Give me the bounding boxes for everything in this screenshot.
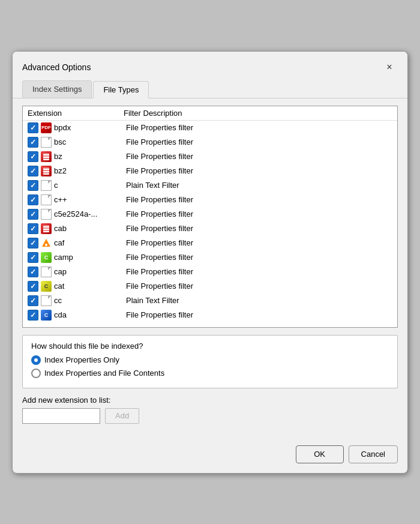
dialog-footer: OK Cancel (13, 441, 407, 473)
desc-cell: Plain Text Filter (126, 181, 392, 190)
checkbox[interactable] (28, 209, 38, 220)
ext-cell: bpdx (54, 123, 126, 132)
table-row[interactable]: cab File Properties filter (23, 221, 397, 236)
file-list-header: Extension Filter Description (23, 106, 397, 121)
ext-input[interactable] (22, 408, 100, 424)
table-row[interactable]: c Plain Text Filter (23, 178, 397, 193)
table-row[interactable]: bz2 File Properties filter (23, 164, 397, 178)
radio-props-contents-label: Index Properties and File Contents (44, 369, 164, 378)
radio-props-only[interactable] (31, 355, 41, 365)
tab-index-settings[interactable]: Index Settings (22, 80, 92, 98)
cancel-button[interactable]: Cancel (349, 445, 398, 463)
desc-cell: File Properties filter (126, 224, 392, 233)
table-row[interactable]: c++ File Properties filter (23, 193, 397, 207)
radio-props-only-label: Index Properties Only (44, 355, 119, 364)
svg-point-1 (45, 244, 47, 246)
desc-cell: File Properties filter (126, 238, 392, 247)
checkbox[interactable] (28, 223, 38, 234)
table-row[interactable]: C cat File Properties filter (23, 279, 397, 294)
checkbox[interactable] (28, 281, 38, 292)
checkbox[interactable] (28, 166, 38, 176)
table-row[interactable]: PDF bpdx File Properties filter (23, 121, 397, 135)
checkbox[interactable] (28, 194, 38, 205)
add-ext-label: Add new extension to list: (22, 396, 398, 405)
table-row[interactable]: cc Plain Text Filter (23, 294, 397, 308)
ext-cell: caf (54, 238, 126, 247)
checkbox[interactable] (28, 180, 38, 191)
desc-cell: File Properties filter (126, 209, 392, 218)
desc-cell: Plain Text Filter (126, 296, 392, 305)
dialog-title: Advanced Options (22, 62, 91, 72)
checkbox[interactable] (28, 252, 38, 263)
col-extension-header: Extension (28, 109, 124, 118)
table-row[interactable]: bz File Properties filter (23, 149, 397, 164)
checkbox[interactable] (28, 151, 38, 162)
ext-cell: c++ (54, 195, 126, 204)
table-row[interactable]: C camp File Properties filter (23, 250, 397, 265)
desc-cell: File Properties filter (126, 282, 392, 291)
desc-cell: File Properties filter (126, 195, 392, 204)
ok-button[interactable]: OK (296, 445, 344, 463)
add-extension-section: Add new extension to list: Add (22, 396, 398, 424)
checkbox[interactable] (28, 310, 38, 321)
indexing-section: How should this file be indexed? Index P… (22, 335, 398, 388)
ext-cell: camp (54, 253, 126, 262)
file-list-body[interactable]: PDF bpdx File Properties filter bsc File… (23, 121, 397, 327)
ext-cell: cat (54, 282, 126, 291)
add-ext-row: Add (22, 408, 398, 424)
checkbox[interactable] (28, 122, 38, 133)
radio-row-props-contents[interactable]: Index Properties and File Contents (31, 369, 389, 378)
desc-cell: File Properties filter (126, 152, 392, 161)
ext-cell: c (54, 181, 126, 190)
ext-cell: bz (54, 152, 126, 161)
table-row[interactable]: cap File Properties filter (23, 265, 397, 279)
radio-props-contents[interactable] (31, 369, 41, 378)
ext-cell: cap (54, 267, 126, 276)
desc-cell: File Properties filter (126, 123, 392, 132)
ext-cell: bz2 (54, 166, 126, 175)
checkbox[interactable] (28, 238, 38, 248)
radio-row-props-only[interactable]: Index Properties Only (31, 355, 389, 365)
checkbox[interactable] (28, 137, 38, 148)
table-row[interactable]: c5e2524a-... File Properties filter (23, 207, 397, 221)
close-button[interactable]: × (381, 59, 398, 76)
ext-cell: bsc (54, 137, 126, 146)
advanced-options-dialog: Advanced Options × Index Settings File T… (12, 51, 408, 474)
add-button[interactable]: Add (105, 408, 139, 424)
table-row[interactable]: bsc File Properties filter (23, 135, 397, 149)
file-list-container: Extension Filter Description PDF bpdx Fi… (22, 106, 398, 328)
tabs-container: Index Settings File Types (13, 76, 407, 98)
ext-cell: cab (54, 224, 126, 233)
desc-cell: File Properties filter (126, 310, 392, 319)
col-description-header: Filter Description (124, 109, 392, 118)
checkbox[interactable] (28, 267, 38, 277)
tab-file-types[interactable]: File Types (93, 81, 149, 98)
desc-cell: File Properties filter (126, 267, 392, 276)
table-row[interactable]: caf File Properties filter (23, 236, 397, 250)
desc-cell: File Properties filter (126, 253, 392, 262)
desc-cell: File Properties filter (126, 137, 392, 146)
desc-cell: File Properties filter (126, 166, 392, 175)
table-row[interactable]: C cda File Properties filter (23, 308, 397, 322)
ext-cell: cda (54, 310, 126, 319)
indexing-question: How should this file be indexed? (31, 342, 389, 351)
ext-cell: cc (54, 296, 126, 305)
content-area: Extension Filter Description PDF bpdx Fi… (13, 98, 407, 441)
title-bar: Advanced Options × (13, 52, 407, 76)
checkbox[interactable] (28, 295, 38, 306)
ext-cell: c5e2524a-... (54, 209, 126, 218)
